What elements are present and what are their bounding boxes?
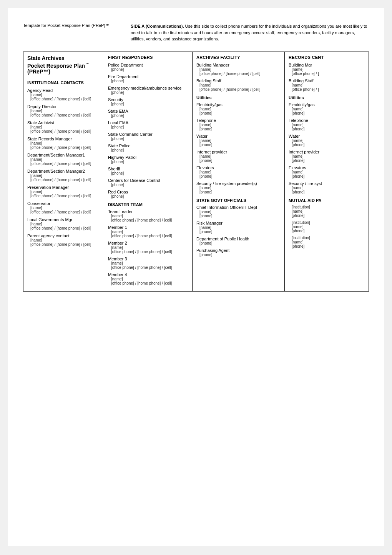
divider xyxy=(27,77,71,77)
records-utility-name: [name] xyxy=(289,186,365,190)
contact-group: Agency Head [name] [office phone] / [hom… xyxy=(27,88,100,101)
page: Template for Pocket Response Plan (PReP)… xyxy=(8,8,384,546)
responder-phone: [phone] xyxy=(108,183,188,187)
col-institutional: State Archives Pocket Response Plan™ (PR… xyxy=(23,52,104,291)
main-table: State Archives Pocket Response Plan™ (PR… xyxy=(23,52,369,292)
responder-label: Security xyxy=(108,97,188,102)
records-utility-label: Elevators xyxy=(289,165,365,170)
contact-group: Deputy Director [name] [office phone] / … xyxy=(27,104,100,117)
utility-name: [name] xyxy=(196,107,281,111)
utility-label: Water xyxy=(196,134,281,138)
institutional-contacts-list: Agency Head [name] [office phone] / [hom… xyxy=(27,88,100,247)
contact-phone: [office phone] / [home phone] / [cell] xyxy=(27,210,100,214)
contact-group: Conservator [name] [office phone] / [hom… xyxy=(27,201,100,214)
responder-phone: [phone] xyxy=(108,90,188,95)
records-utility-label: Internet provider xyxy=(289,150,365,154)
state-archives-title: State Archives xyxy=(27,55,100,61)
utility-phone: [phone] xyxy=(196,174,281,178)
utility-label: Elevators xyxy=(196,165,281,170)
contact-phone: [office phone] / [home phone] / [cell] xyxy=(27,178,100,182)
disaster-phone: [office phone] / [home phone] / [cell] xyxy=(108,234,188,238)
facility-name: [name] xyxy=(196,67,281,72)
contact-name: [name] xyxy=(27,109,100,113)
mutual-aid-title: MUTUAL AID PA xyxy=(289,198,365,203)
utility-label: Security / fire system provider(s) xyxy=(196,181,281,186)
contact-name: [name] xyxy=(27,190,100,194)
disaster-member: Member 1[name][office phone] / [home pho… xyxy=(108,225,188,238)
mutual-aid-name: [name] xyxy=(289,240,365,244)
contact-label: State Records Manager xyxy=(27,137,100,141)
state-govt-label: Chief Information Officer/IT Dept xyxy=(196,205,281,210)
prep-plan-title: Pocket Response Plan™ xyxy=(27,62,100,69)
contact-group: Local Governments Mgr [name] [office pho… xyxy=(27,217,100,230)
contact-group: Department/Section Manager1 [name] [offi… xyxy=(27,153,100,166)
mutual-aid-institution: [institution] xyxy=(289,220,365,225)
contact-name: [name] xyxy=(27,173,100,178)
mutual-aid-phone: [phone] xyxy=(289,213,365,218)
disaster-label: Member 1 xyxy=(108,225,188,230)
responder-label: Police Department xyxy=(108,63,188,67)
state-govt-label: Department of Public Health xyxy=(196,237,281,241)
state-govt-phone: [phone] xyxy=(196,241,281,245)
responder-label: State Command Center xyxy=(108,132,188,137)
contact-label: Preservation Manager xyxy=(27,185,100,190)
contact-group: Parent agency contact [name] [office pho… xyxy=(27,233,100,247)
contact-label: Parent agency contact xyxy=(27,233,100,238)
disaster-name: [name] xyxy=(108,245,188,250)
disaster-label: Member 4 xyxy=(108,272,188,277)
records-utility-phone: [phone] xyxy=(289,143,365,147)
records-center-header: RECORDS CENT xyxy=(289,55,365,60)
records-utility-item: Security / fire syst [name] [phone] xyxy=(289,181,365,194)
contact-label: Agency Head xyxy=(27,88,100,93)
side-a-bold: SIDE A (Communications). xyxy=(131,24,184,28)
col-archives-facility: ARCHIVES FACILITY Building Manager [name… xyxy=(193,52,285,291)
contact-label: Deputy Director xyxy=(27,104,100,109)
disaster-team-title: DISASTER TEAM xyxy=(108,202,188,207)
records-utility-name: [name] xyxy=(289,138,365,143)
facility-label: Building Manager xyxy=(196,63,281,67)
facility-item: Building Staff [name] [office phone] / [… xyxy=(196,78,281,92)
responder-item: Police Department [phone] xyxy=(108,63,188,72)
responder-label: State EMA xyxy=(108,109,188,113)
records-utility-item: Internet provider [name] [phone] xyxy=(289,150,365,163)
state-govt-name: [name] xyxy=(196,210,281,214)
mutual-aid-name: [name] xyxy=(289,209,365,213)
state-govt-item: Risk Manager[name][phone] xyxy=(196,221,281,234)
utility-name: [name] xyxy=(196,138,281,143)
disaster-team-list: Team Leader[name][office phone] / [home … xyxy=(108,209,188,285)
responder-phone: [phone] xyxy=(108,148,188,152)
responder-item: Red Cross [phone] xyxy=(108,190,188,198)
disaster-name: [name] xyxy=(108,214,188,218)
facility-items: Building Manager [name] [office phone] /… xyxy=(196,63,281,92)
records-utility-label: Telephone xyxy=(289,118,365,123)
header-left: Template for Pocket Response Plan (PReP)… xyxy=(23,23,115,42)
responder-label: Red Cross xyxy=(108,190,188,194)
responder-item: Sheriff [phone] xyxy=(108,167,188,175)
mutual-aid-item: [institution] [name] [phone] xyxy=(289,205,365,218)
responder-phone: [phone] xyxy=(108,160,188,164)
contact-label: Conservator xyxy=(27,201,100,206)
state-govt-name: [name] xyxy=(196,225,281,230)
state-govt-item: Purchasing Agent[phone] xyxy=(196,248,281,257)
records-facility-label: Building Mgr xyxy=(289,63,365,67)
disaster-phone: [office phone] / [home phone] / [cell] xyxy=(108,265,188,270)
utility-phone: [phone] xyxy=(196,127,281,131)
responder-item: Highway Patrol [phone] xyxy=(108,155,188,164)
contact-group: Preservation Manager [name] [office phon… xyxy=(27,185,100,198)
responder-phone: [phone] xyxy=(108,79,188,83)
utility-phone: [phone] xyxy=(196,158,281,163)
responder-phone: [phone] xyxy=(108,102,188,106)
utility-phone: [phone] xyxy=(196,190,281,194)
contact-group: State Archivist [name] [office phone] / … xyxy=(27,120,100,133)
state-govt-phone: [phone] xyxy=(196,214,281,218)
contact-label: Local Governments Mgr xyxy=(27,217,100,222)
responder-label: Emergency medical/ambulance service xyxy=(108,86,188,90)
mutual-aid-institution: [institution] xyxy=(289,236,365,240)
records-facility-items: Building Mgr [name] [office phone] / [ B… xyxy=(289,63,365,92)
records-facility-phone: [office phone] / [ xyxy=(289,87,365,92)
state-govt-label: Purchasing Agent xyxy=(196,248,281,253)
responder-phone: [phone] xyxy=(108,113,188,118)
utility-item: Internet provider [name] [phone] xyxy=(196,150,281,163)
records-utility-label: Security / fire syst xyxy=(289,181,365,186)
state-govt-title: STATE GOVT OFFICIALS xyxy=(196,198,281,203)
